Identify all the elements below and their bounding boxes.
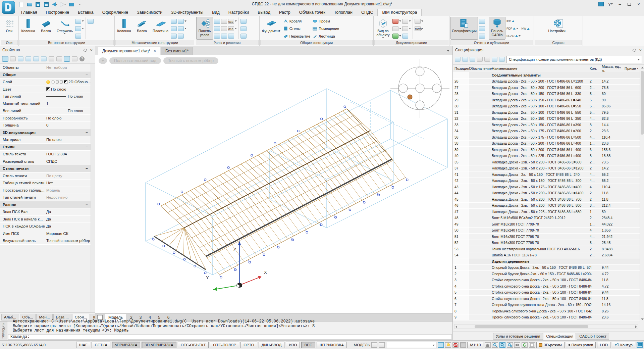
roof-button[interactable]: Кровля	[283, 18, 311, 24]
specification-hscrollbar[interactable]	[454, 324, 638, 329]
specification-row[interactable]: 48Болт 5.М16х500 ВСт3кп2 ГОСТ 24379.1-20…	[453, 215, 640, 221]
tab-Главная[interactable]: Главная	[17, 9, 42, 16]
update-icon[interactable]	[484, 57, 490, 62]
edit-note-icon[interactable]	[402, 34, 408, 39]
property-value[interactable]: По слою	[46, 109, 91, 113]
specification-row[interactable]: 1Опорный брусок Доска - 2хв. - 50 x 150 …	[453, 265, 640, 271]
specification-row[interactable]: 28Вкладыш Доска - 2хв. - 50 x 150 - ГОСТ…	[453, 91, 640, 97]
node-copy-icon[interactable]	[214, 26, 220, 31]
collapse-icon[interactable]: −	[86, 131, 88, 135]
view-name-button[interactable]: Пользовательский вид	[109, 57, 161, 64]
property-value[interactable]: Да	[46, 210, 91, 214]
contour-button[interactable]: Контур	[612, 342, 635, 348]
bolt-dropdown-icon[interactable]	[184, 28, 186, 29]
specification-row[interactable]: 5Стойка слухового окна Доска - 2хв. - 50…	[453, 290, 640, 296]
minimize-button[interactable]: –	[615, 0, 625, 8]
open-file-icon[interactable]	[26, 1, 33, 8]
metal-beam-button[interactable]: Балка	[133, 17, 150, 40]
property-value[interactable]: ГОСТ 2.304	[46, 152, 91, 156]
dim-chain-icon[interactable]	[402, 19, 408, 24]
panel-close-icon[interactable]: ×	[639, 48, 642, 53]
collapse-icon[interactable]: −	[86, 166, 88, 170]
show-nodes-button[interactable]: Показ узлов	[566, 342, 596, 348]
undo-icon[interactable]	[51, 1, 58, 8]
node-monitor-icon[interactable]	[221, 19, 227, 24]
tab-Настройки[interactable]: Настройки	[224, 9, 253, 16]
dwg-dropdown-icon[interactable]	[421, 28, 423, 29]
specification-row[interactable]: 54Шайба А.16 ГОСТ 11371-782...2.6894	[453, 252, 640, 259]
toggle-ОТС-ПОЛЯР[interactable]: ОТС-ПОЛЯР	[210, 342, 239, 348]
orbit-icon[interactable]	[514, 342, 520, 348]
panel-tab-Узлы и готовые решения[interactable]: Узлы и готовые решения	[493, 333, 543, 340]
property-value[interactable]: 0	[46, 123, 91, 127]
viewport-nested-icon[interactable]	[240, 34, 247, 39]
property-value[interactable]: По цвету	[46, 174, 91, 178]
table-insert-icon[interactable]	[462, 57, 468, 62]
add-to-set-icon[interactable]	[2, 56, 8, 61]
layer-freeze-icon[interactable]	[51, 80, 55, 84]
metal-roof-icon[interactable]	[171, 26, 177, 31]
new-file-icon[interactable]	[17, 1, 25, 8]
workspace-dropdown[interactable]	[386, 342, 436, 348]
specification-row[interactable]: 46Накладка Доска - 2хв. - 50 x 200 - ГОС…	[453, 203, 640, 209]
app-logo-icon[interactable]	[2, 1, 15, 14]
toggle-ИЗО[interactable]: ИЗО	[286, 342, 300, 348]
specification-row[interactable]: 37Накладка Доска - 2хв. - 50 x 200 - ГОС…	[453, 165, 640, 172]
property-value[interactable]: По слою	[46, 94, 91, 98]
walls-button[interactable]: Стены	[283, 26, 311, 32]
collapse-icon[interactable]: −	[86, 203, 88, 207]
specification-row[interactable]: 27Вкладыш Доска - 2хв. - 50 x 200 - ГОСТ…	[453, 85, 640, 91]
specification-row[interactable]: 49Болт М16х180 ГОСТ 7798-701...44.022	[453, 221, 640, 228]
zoom-window-icon[interactable]	[499, 342, 505, 348]
n010a-dropdown-icon[interactable]	[235, 20, 237, 22]
specification-row[interactable]: 2Опорный брусок Доска-2хв. - 60 x 150 - …	[453, 271, 640, 277]
section-cube-icon[interactable]	[392, 19, 398, 24]
specification-row[interactable]: 39Вкладыш Доска - 2хв. - 50 x 200 - ГОСТ…	[453, 147, 640, 153]
column-header[interactable]: Кол.	[590, 66, 602, 70]
nodes-panel-button[interactable]: Панель узлов	[196, 17, 213, 40]
pdf-dropdown-icon[interactable]	[516, 28, 518, 29]
toggle-СЕТКА[interactable]: СЕТКА	[92, 342, 110, 348]
specification-row[interactable]: 6Стойка слухового окна Доска - 2хв. - 50…	[453, 296, 640, 302]
toggle-ДИН-ВВОД[interactable]: ДИН-ВВОД	[259, 342, 285, 348]
tab-Оформление[interactable]: Оформление	[98, 9, 133, 16]
command-input[interactable]: Команда:	[8, 334, 452, 340]
specification-row[interactable]: 26Вкладыш Доска - 2хв. - 50 x 200 - ГОСТ…	[453, 79, 640, 85]
zoom-icon[interactable]	[492, 342, 498, 348]
floor-button[interactable]: Перекрытие	[283, 33, 311, 39]
channel-dropdown-icon[interactable]	[82, 28, 84, 29]
lamp-icon[interactable]	[445, 342, 451, 348]
specification-row[interactable]: 8Перемычка слухового окна Доска - 2хв. -…	[453, 308, 640, 314]
specification-row[interactable]: 53Гайка шестигранная нормальная ГОСТ ISO…	[453, 246, 640, 252]
concrete-corbel-icon[interactable]	[75, 19, 81, 24]
specification-row[interactable]: 32Вкладыш Доска - 2хв. - 50 x 150 - ГОСТ…	[453, 116, 640, 122]
specification-type-dropdown[interactable]: Спецификация к схеме расположения элемен…	[506, 56, 642, 63]
concrete-channel-icon[interactable]	[75, 26, 81, 31]
tab-Растр[interactable]: Растр	[275, 9, 295, 16]
metal-section-icon[interactable]	[171, 34, 177, 39]
selection-cursor-icon[interactable]	[438, 342, 444, 348]
apply-icon[interactable]	[56, 56, 62, 61]
view-add-button[interactable]: +	[99, 57, 107, 64]
tab-Вставка[interactable]: Вставка	[73, 9, 98, 16]
panel-tab-CADLib Проект[interactable]: CADLib Проект	[577, 333, 609, 340]
maximize-button[interactable]	[625, 0, 634, 8]
specifications-button[interactable]: Спецификации	[450, 17, 478, 40]
property-value[interactable]: 1	[46, 102, 91, 106]
tab-Вывод[interactable]: Вывод	[253, 9, 275, 16]
quick-select-icon[interactable]	[49, 56, 54, 61]
stand-dropdown-icon[interactable]	[184, 20, 186, 22]
node-calc-icon[interactable]	[221, 34, 227, 39]
axes-button[interactable]: Оси	[1, 17, 18, 40]
layer-lock-icon[interactable]	[56, 80, 59, 84]
specification-row[interactable]: 33Вкладыш Доска - 2хв. - 50 x 150 - ГОСТ…	[453, 122, 640, 128]
concrete-arrows-icon[interactable]	[88, 19, 94, 24]
stairs-button[interactable]: Лестница	[312, 33, 340, 39]
window-select-icon[interactable]	[18, 56, 23, 61]
tab-Топоплан[interactable]: Топоплан	[330, 9, 357, 16]
iso-dropdown-icon[interactable]	[399, 35, 401, 37]
tab-СПДС[interactable]: СПДС	[357, 9, 378, 16]
property-value[interactable]: Нет набора	[46, 65, 91, 69]
layout-dropdown-icon[interactable]	[421, 20, 423, 22]
pin-icon[interactable]	[633, 48, 637, 52]
